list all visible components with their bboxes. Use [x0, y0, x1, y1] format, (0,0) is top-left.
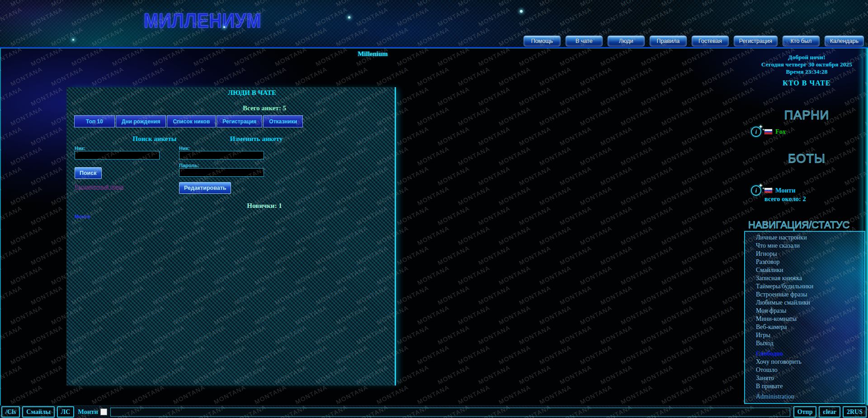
nav-button-calendar[interactable]: Календарь: [824, 35, 864, 47]
newbies-title: Новички: 1: [66, 202, 395, 210]
status-in-private[interactable]: В привате: [756, 382, 864, 390]
header: МИЛЛЕНИУМ Помощь В чате Люди Правила Гос…: [0, 0, 868, 48]
nav-link-notebook[interactable]: Записная книжка: [756, 274, 864, 282]
group-title-guys: ПАРНИ: [745, 108, 868, 123]
user-row: i✦✦ Монти: [751, 185, 796, 196]
sparkle-icon: ✦: [762, 187, 764, 190]
message-bar: /Cls Смайлы ЛС Монти Отпр clear 2RUS: [0, 405, 868, 418]
info-letter: i: [755, 128, 757, 136]
nav-link-exit[interactable]: Выход: [756, 339, 864, 348]
nav-status-panel: Личные настройки Что мне сказали Игноры …: [744, 231, 865, 404]
message-input[interactable]: [110, 408, 790, 417]
info-letter: i: [755, 187, 757, 194]
edit-password-label: Пароль:: [179, 163, 199, 168]
nav-link-conversation[interactable]: Разговор: [756, 258, 864, 266]
people-in-chat-title: ЛЮДИ В ЧАТЕ: [66, 89, 395, 97]
nav-button-guestbook[interactable]: Гостевая: [691, 35, 729, 47]
edit-button[interactable]: Редактировать: [179, 182, 231, 194]
current-nick: Монти: [78, 408, 98, 416]
admin-link[interactable]: Administration: [756, 393, 864, 401]
nav-status-title: НАВИГАЦИЯ/СТАТУС: [748, 219, 849, 231]
star-decoration: [348, 16, 350, 19]
who-in-chat-title: КТО В ЧАТЕ: [745, 79, 868, 87]
nav-link-built-in-phrases[interactable]: Встроенные фразы: [756, 291, 864, 299]
nav-link-games[interactable]: Игры: [756, 331, 864, 339]
search-nick-label: Ник:: [75, 146, 85, 151]
right-edge-glow: [863, 48, 868, 406]
site-title: Millenium: [1, 50, 745, 58]
nav-link-personal-settings[interactable]: Личные настройки: [756, 234, 864, 242]
advanced-search-link[interactable]: Расширенный поиск: [75, 184, 123, 189]
search-button[interactable]: Поиск: [75, 167, 102, 179]
profiles-total: Всего анкет: 5: [66, 104, 395, 112]
edit-password-input[interactable]: [179, 168, 264, 177]
greeting-line: Доброй ночи!: [745, 54, 868, 61]
nav-button-help[interactable]: Помощь: [523, 35, 561, 47]
lang-button[interactable]: 2RUS: [843, 406, 867, 418]
nav-button-chat[interactable]: В чате: [565, 35, 603, 47]
nav-link-mini-rooms[interactable]: Мини-комнаты: [756, 315, 864, 323]
nick-checkbox[interactable]: [100, 409, 107, 415]
flag-ru-icon: [764, 188, 773, 193]
search-nick-input[interactable]: [75, 151, 160, 160]
tab-birthdays[interactable]: Дни рождения: [116, 115, 166, 127]
user-link-fox[interactable]: Fox: [775, 128, 786, 136]
sidebar: Доброй ночи! Сегодня четверг 30 октября …: [745, 48, 868, 406]
nav-button-who-was[interactable]: Кто был: [782, 35, 820, 47]
status-want-to-talk[interactable]: Хочу поговорить: [756, 358, 864, 366]
edit-form-title: Изменить анкету: [182, 135, 331, 143]
nav-button-registration[interactable]: Регистрация: [733, 35, 778, 47]
status-away[interactable]: Отошло: [756, 366, 864, 374]
nav-button-people[interactable]: Люди: [607, 35, 645, 47]
clear-button[interactable]: clear: [819, 406, 840, 418]
people-panel: ЛЮДИ В ЧАТЕ Всего анкет: 5 Топ 10 Дни ро…: [66, 87, 396, 385]
tab-nick-list[interactable]: Список ников: [167, 115, 216, 127]
status-free[interactable]: Свободно: [756, 350, 864, 358]
smilies-button[interactable]: Смайлы: [22, 406, 54, 418]
cls-button[interactable]: /Cls: [1, 406, 20, 418]
info-icon[interactable]: i✦✦: [751, 127, 761, 137]
nav-button-rules[interactable]: Правила: [649, 35, 687, 47]
star-decoration: [520, 10, 523, 13]
nav-link-webcam[interactable]: Веб-камера: [756, 323, 864, 331]
sparkle-icon: ✦: [762, 128, 764, 131]
nav-link-my-phrases[interactable]: Мои фразы: [756, 307, 864, 315]
tab-registration[interactable]: Регистрация: [217, 115, 262, 127]
nav-link-smilies[interactable]: Смайлики: [756, 266, 864, 274]
date-line: Сегодня четверг 30 октября 2025: [745, 61, 868, 68]
main-area: Millenium ЛЮДИ В ЧАТЕ Всего анкет: 5 Топ…: [0, 48, 868, 405]
user-link-monty[interactable]: Монти: [775, 187, 796, 194]
tab-top10[interactable]: Топ 10: [74, 115, 115, 127]
people-tabs: Топ 10 Дни рождения Список ников Регистр…: [74, 115, 304, 127]
send-button[interactable]: Отпр: [793, 406, 817, 418]
edit-nick-label: Ник:: [179, 146, 190, 151]
infobox: Доброй ночи! Сегодня четверг 30 октября …: [745, 54, 868, 75]
nav-link-ignores[interactable]: Игноры: [756, 250, 864, 258]
flag-ru-icon: [764, 129, 773, 135]
info-icon[interactable]: i✦✦: [751, 185, 761, 196]
status-busy[interactable]: Занято: [756, 374, 864, 382]
nav-link-what-they-told-me[interactable]: Что мне сказали: [756, 242, 864, 250]
user-row: i✦✦ Fox: [751, 127, 786, 137]
group-title-bots: БОТЫ: [745, 151, 868, 166]
nav-link-timers-alarms[interactable]: Таймеры/будильники: [756, 282, 864, 291]
edit-nick-input[interactable]: [179, 151, 264, 160]
star-decoration: [72, 39, 74, 41]
star-decoration: [223, 26, 225, 28]
who-total: всего около: 2: [764, 195, 806, 203]
pm-button[interactable]: ЛС: [57, 406, 75, 418]
header-nav: Помощь В чате Люди Правила Гостевая Реги…: [523, 35, 864, 47]
site-logo: МИЛЛЕНИУМ: [144, 9, 261, 32]
tab-refusers[interactable]: Отказники: [263, 115, 303, 127]
time-line: Время 23:34:28: [745, 68, 868, 75]
newbie-link-monty[interactable]: Монти: [75, 214, 90, 219]
nav-link-favorite-smilies[interactable]: Любимые смайлики: [756, 299, 864, 307]
